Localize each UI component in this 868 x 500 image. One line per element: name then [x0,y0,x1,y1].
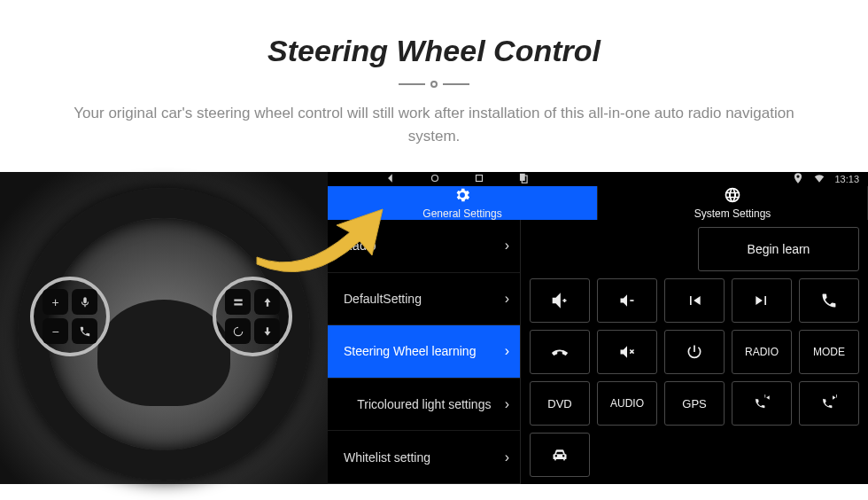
steering-wheel-photo: + − [0,172,328,484]
swc-next-button[interactable] [732,278,792,323]
swc-vol-down-button[interactable] [597,278,657,323]
swc-learning-panel: Begin learn [521,220,868,484]
menu-item-radio[interactable]: Radio › [328,220,520,273]
tab-system-settings[interactable]: System Settings [598,186,868,220]
swc-mode-button[interactable]: MODE [799,330,859,374]
svg-rect-2 [520,174,525,181]
volume-down-icon [618,292,636,309]
spacer [530,227,691,271]
chevron-right-icon: › [505,238,509,254]
menu-item-steering-wheel-learning[interactable]: Steering Wheel learning › [328,325,520,379]
wheel-btn-phone [72,318,97,344]
headunit-screen: 13:13 General Settings System Settings R… [328,172,868,484]
swc-vol-up-button[interactable] [530,278,590,323]
begin-learn-button[interactable]: Begin learn [698,227,859,271]
swc-call-button[interactable] [799,278,859,323]
wheel-btn-down [254,318,280,344]
svg-rect-4 [764,395,765,398]
wheel-btn-voice [72,289,97,315]
chevron-right-icon: › [505,291,509,307]
phone-icon [820,292,838,309]
svg-rect-5 [836,395,837,398]
nav-back-icon[interactable] [384,172,397,186]
menu-label: Whitelist setting [344,450,430,465]
wheel-button-cluster-right [213,277,292,356]
clock-text: 13:13 [834,174,859,184]
settings-sidemenu: Radio › DefaultSetting › Steering Wheel … [328,220,521,484]
menu-item-whitelist[interactable]: Whitelist setting › [328,431,520,484]
tab-system-label: System Settings [694,207,771,220]
tab-general-settings[interactable]: General Settings [328,186,598,220]
phone-prev-icon [753,395,771,412]
swc-mute-button[interactable] [597,330,657,374]
gps-icon [792,172,804,186]
swc-phone-prev-button[interactable] [732,381,792,426]
phone-next-icon [820,395,838,412]
car-icon [551,446,569,464]
tab-general-label: General Settings [422,207,501,220]
menu-item-tricoloured-light[interactable]: Tricoloured light settings › [328,379,520,432]
menu-label: Tricoloured light settings [344,397,505,411]
chevron-right-icon: › [505,343,509,359]
swc-hangup-button[interactable] [530,330,590,374]
globe-icon [724,186,741,204]
volume-mute-icon [618,343,636,361]
nav-home-icon[interactable] [429,172,441,186]
swc-car-button[interactable] [530,433,590,477]
gear-icon [453,186,471,204]
swc-prev-button[interactable] [664,278,725,323]
nav-recent-icon[interactable] [473,172,485,186]
swc-audio-button[interactable]: AUDIO [597,381,657,426]
wheel-btn-up [254,289,280,315]
skip-prev-icon [686,292,703,309]
power-icon [686,343,703,361]
title-divider [0,81,868,88]
wheel-btn-source [225,289,251,315]
product-stage: + − [0,172,868,484]
menu-label: Radio [344,238,376,253]
wheel-btn-plus: + [43,289,68,315]
chevron-right-icon: › [505,449,509,465]
menu-label: DefaultSetting [344,292,422,306]
swc-gps-button[interactable]: GPS [664,381,725,426]
wheel-btn-minus: − [43,318,68,344]
swc-dvd-button[interactable]: DVD [530,381,590,426]
wheel-button-cluster-left: + − [30,277,110,356]
hero-title: Steering Wheel Control [0,34,868,68]
nav-screenshot-icon[interactable] [517,172,530,186]
svg-rect-1 [477,176,483,182]
wifi-icon [813,172,825,186]
wheel-btn-cycle [225,318,251,344]
volume-up-icon [551,292,569,309]
swc-power-button[interactable] [664,330,725,374]
skip-next-icon [753,292,771,309]
phone-hangup-icon [551,343,569,361]
swc-radio-button[interactable]: RADIO [732,330,792,374]
android-statusbar: 13:13 [328,172,868,186]
hero-subtitle: Your original car's steering wheel contr… [62,102,806,147]
menu-item-default-setting[interactable]: DefaultSetting › [328,273,520,326]
menu-label: Steering Wheel learning [344,344,476,358]
chevron-right-icon: › [505,396,509,412]
swc-phone-next-button[interactable] [799,381,859,426]
svg-point-0 [432,176,438,182]
